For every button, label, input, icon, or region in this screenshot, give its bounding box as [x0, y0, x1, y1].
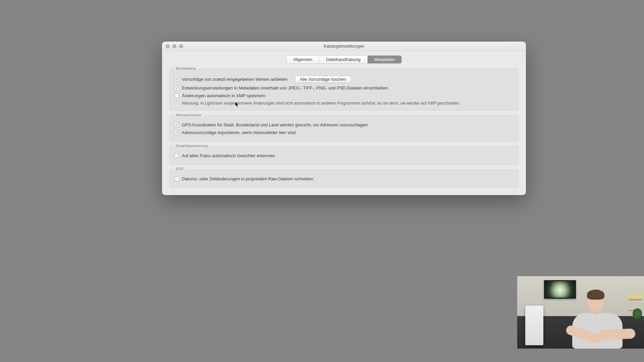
tab-bar: Allgemein Dateihandhabung Metadaten: [169, 56, 519, 63]
row-auto-xmp: Änderungen automatisch in XMP speichern: [174, 92, 514, 100]
label-gps: GPS-Koordinaten für Stadt, Bundesland un…: [182, 122, 369, 127]
label-auto-detect-faces: Auf allen Fotos automatisch Gesichter er…: [182, 153, 275, 158]
checkbox-suggestions[interactable]: [174, 77, 179, 82]
plant-icon: [633, 308, 642, 319]
tab-metadata[interactable]: Metadaten: [368, 56, 401, 63]
presenter-arm-right: [598, 328, 636, 340]
group-editing: Bearbeitung Vorschläge von zuletzt einge…: [169, 69, 519, 111]
shelf-led-icon: [628, 296, 643, 297]
zoom-icon[interactable]: [179, 44, 183, 48]
group-exif: EXIF Datums- oder Zeitänderungen in prop…: [169, 169, 519, 188]
minimize-icon[interactable]: [172, 44, 176, 48]
close-icon[interactable]: [166, 44, 170, 48]
checkbox-date-raw[interactable]: [174, 177, 179, 181]
checkbox-auto-detect-faces[interactable]: [174, 154, 179, 158]
row-date-raw: Datums- oder Zeitänderungen in proprietä…: [174, 175, 514, 183]
group-exif-label: EXIF: [174, 167, 185, 171]
label-dev-settings: Entwicklungseinstellungen in Metadaten i…: [182, 85, 388, 90]
checkbox-export-addresses[interactable]: [174, 130, 179, 135]
checkbox-auto-xmp[interactable]: [174, 94, 179, 98]
row-gps: GPS-Koordinaten für Stadt, Bundesland un…: [174, 121, 514, 129]
wall-shelf: [629, 299, 642, 300]
row-auto-detect-faces: Auf allen Fotos automatisch Gesichter er…: [174, 152, 514, 160]
checkbox-dev-settings[interactable]: [174, 86, 179, 90]
presenter-hair: [587, 290, 604, 300]
catalog-settings-dialog: Katalogeinstellungen Allgemein Dateihand…: [162, 42, 526, 195]
label-auto-xmp: Änderungen automatisch in XMP speichern: [182, 93, 266, 98]
webcam-overlay: [517, 276, 644, 349]
group-face-label: Gesichtserkennung: [174, 144, 209, 148]
row-suggestions: Vorschläge von zuletzt eingegebenen Wert…: [174, 74, 514, 84]
traffic-lights: [162, 44, 183, 48]
clear-suggestions-button[interactable]: Alle Vorschläge löschen: [295, 76, 351, 83]
group-editing-label: Bearbeitung: [174, 66, 197, 70]
label-export-addresses: Adressvorschläge exportieren, wenn Adres…: [182, 130, 296, 135]
group-address-label: Adressensuche: [174, 113, 203, 117]
dialog-content: Allgemein Dateihandhabung Metadaten Bear…: [162, 51, 526, 195]
window-title: Katalogeinstellungen: [162, 44, 526, 49]
checkbox-gps[interactable]: [174, 123, 179, 127]
monitor-back: [525, 306, 543, 345]
tab-general[interactable]: Allgemein: [286, 56, 319, 63]
presenter: [568, 290, 628, 349]
label-date-raw: Datums- oder Zeitänderungen in proprietä…: [182, 176, 313, 181]
group-address: Adressensuche GPS-Koordinaten für Stadt,…: [169, 115, 519, 141]
tab-segmented-control: Allgemein Dateihandhabung Metadaten: [286, 56, 401, 63]
xmp-warning-text: Warnung: In Lightroom vorgenommene Änder…: [174, 100, 514, 106]
tab-file-handling[interactable]: Dateihandhabung: [319, 56, 368, 63]
row-export-addresses: Adressvorschläge exportieren, wenn Adres…: [174, 129, 514, 136]
row-dev-settings: Entwicklungseinstellungen in Metadaten i…: [174, 84, 514, 92]
group-face: Gesichtserkennung Auf allen Fotos automa…: [169, 146, 519, 165]
label-suggestions: Vorschläge von zuletzt eingegebenen Wert…: [182, 77, 287, 82]
titlebar: Katalogeinstellungen: [162, 42, 526, 51]
